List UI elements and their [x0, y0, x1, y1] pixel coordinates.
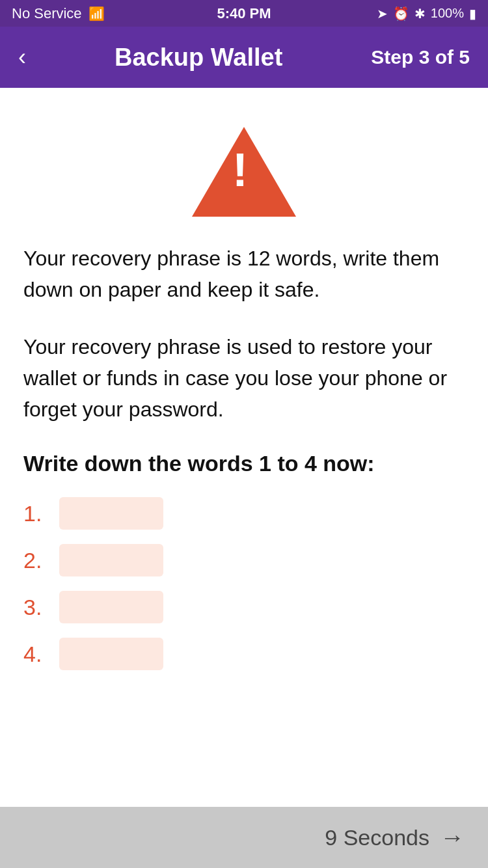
carrier-text: No Service [12, 5, 82, 22]
bottom-bar: 9 Seconds → [0, 807, 488, 868]
word-number-2: 2. [23, 548, 59, 573]
word-value-1 [59, 497, 163, 530]
word-number-3: 3. [23, 595, 59, 620]
word-value-3 [59, 591, 163, 623]
list-item: 1. [23, 496, 465, 531]
main-content: Your recovery phrase is 12 words, write … [0, 88, 488, 671]
recovery-phrase-description: Your recovery phrase is 12 words, write … [23, 243, 465, 305]
status-bar: No Service 📶 5:40 PM ➤ ⏰ ✱ 100% ▮ [0, 0, 488, 27]
location-icon: ➤ [377, 6, 388, 21]
wifi-icon: 📶 [88, 6, 105, 21]
bluetooth-icon: ✱ [414, 6, 426, 21]
list-item: 4. [23, 636, 465, 671]
word-value-2 [59, 544, 163, 576]
word-number-4: 4. [23, 642, 59, 667]
write-words-heading: Write down the words 1 to 4 now: [23, 451, 465, 476]
word-number-1: 1. [23, 501, 59, 526]
page-title: Backup Wallet [39, 44, 358, 72]
warning-triangle-icon [192, 127, 296, 217]
battery-text: 100% [431, 6, 464, 21]
status-bar-right: ➤ ⏰ ✱ 100% ▮ [377, 6, 476, 21]
list-item: 3. [23, 590, 465, 625]
word-value-4 [59, 638, 163, 670]
list-item: 2. [23, 543, 465, 578]
back-button[interactable]: ‹ [18, 44, 26, 71]
recovery-phrase-use-description: Your recovery phrase is used to restore … [23, 331, 465, 425]
next-arrow-icon[interactable]: → [440, 824, 465, 852]
status-bar-left: No Service 📶 [12, 5, 105, 22]
nav-bar: ‹ Backup Wallet Step 3 of 5 [0, 27, 488, 88]
alarm-icon: ⏰ [393, 6, 409, 21]
word-list: 1. 2. 3. 4. [23, 496, 465, 671]
status-bar-time: 5:40 PM [217, 5, 271, 22]
battery-icon: ▮ [469, 6, 476, 21]
step-indicator: Step 3 of 5 [371, 46, 470, 68]
warning-icon-container [23, 114, 465, 217]
timer-text: 9 Seconds [325, 825, 429, 850]
